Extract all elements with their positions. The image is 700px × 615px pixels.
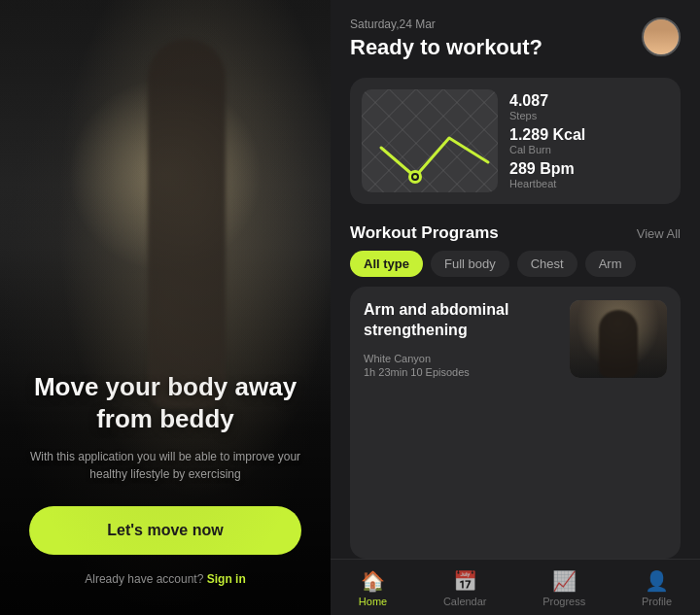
profile-icon: 👤 xyxy=(645,569,669,593)
nav-home[interactable]: 🏠 Home xyxy=(359,569,387,607)
workout-location: White Canyon xyxy=(364,353,558,364)
map-area xyxy=(362,89,498,192)
workout-duration: 1h 23min 10 Episodes xyxy=(364,366,558,378)
steps-label: Steps xyxy=(509,110,669,121)
avatar[interactable] xyxy=(642,17,681,56)
workout-meta: White Canyon 1h 23min 10 Episodes xyxy=(364,353,558,378)
steps-stat: 4.087 Steps xyxy=(509,92,669,121)
home-icon: 🏠 xyxy=(361,569,385,593)
svg-point-2 xyxy=(413,175,417,179)
stats-values: 4.087 Steps 1.289 Kcal Cal Burn 289 Bpm … xyxy=(509,89,669,192)
hero-title: Move your body away from beddy xyxy=(29,371,301,434)
nav-profile-label: Profile xyxy=(642,596,672,607)
progress-icon: 📈 xyxy=(552,569,577,593)
kcal-label: Cal Burn xyxy=(509,144,669,155)
nav-calendar-label: Calendar xyxy=(443,596,487,607)
workout-title: Arm and abdominal strengthening xyxy=(364,300,558,341)
greeting-title: Ready to workout? xyxy=(350,35,542,60)
programs-section-header: Workout Programs View All xyxy=(331,212,700,251)
nav-profile[interactable]: 👤 Profile xyxy=(642,569,672,607)
nav-calendar[interactable]: 📅 Calendar xyxy=(443,569,487,607)
left-content-overlay: Move your body away from beddy With this… xyxy=(0,352,331,615)
top-section: Saturday,24 Mar Ready to workout? xyxy=(331,0,700,70)
nav-progress-label: Progress xyxy=(542,596,585,607)
avatar-face xyxy=(644,19,679,54)
signin-link[interactable]: Sign in xyxy=(207,572,246,586)
workout-thumbnail xyxy=(570,300,667,378)
signin-prompt: Already have account? Sign in xyxy=(29,572,301,586)
workout-info: Arm and abdominal strengthening White Ca… xyxy=(364,300,558,378)
view-all-link[interactable]: View All xyxy=(637,226,681,241)
right-panel: Saturday,24 Mar Ready to workout? 4.087 … xyxy=(331,0,700,615)
filter-tabs: All type Full body Chest Arm xyxy=(331,251,700,287)
stats-card: 4.087 Steps 1.289 Kcal Cal Burn 289 Bpm … xyxy=(350,78,681,204)
nav-home-label: Home xyxy=(359,596,387,607)
bpm-label: Heartbeat xyxy=(509,178,669,189)
bpm-stat: 289 Bpm Heartbeat xyxy=(509,160,669,189)
thumb-person-silhouette xyxy=(599,310,638,378)
kcal-value: 1.289 Kcal xyxy=(509,126,669,144)
greeting-block: Saturday,24 Mar Ready to workout? xyxy=(350,17,542,60)
hero-subtitle: With this application you will be able t… xyxy=(29,448,301,483)
calendar-icon: 📅 xyxy=(453,569,477,593)
filter-tab-all[interactable]: All type xyxy=(350,251,423,277)
route-svg xyxy=(362,89,498,192)
date-label: Saturday,24 Mar xyxy=(350,17,542,31)
left-panel: Move your body away from beddy With this… xyxy=(0,0,331,615)
workout-card[interactable]: Arm and abdominal strengthening White Ca… xyxy=(350,287,681,559)
bottom-nav: 🏠 Home 📅 Calendar 📈 Progress 👤 Profile xyxy=(331,559,700,615)
steps-value: 4.087 xyxy=(509,92,669,110)
programs-title: Workout Programs xyxy=(350,223,499,243)
filter-tab-fullbody[interactable]: Full body xyxy=(431,251,509,277)
nav-progress[interactable]: 📈 Progress xyxy=(542,569,585,607)
filter-tab-chest[interactable]: Chest xyxy=(517,251,578,277)
kcal-stat: 1.289 Kcal Cal Burn xyxy=(509,126,669,155)
cta-button[interactable]: Let's move now xyxy=(29,506,301,555)
filter-tab-arm[interactable]: Arm xyxy=(585,251,636,277)
bpm-value: 289 Bpm xyxy=(509,160,669,178)
